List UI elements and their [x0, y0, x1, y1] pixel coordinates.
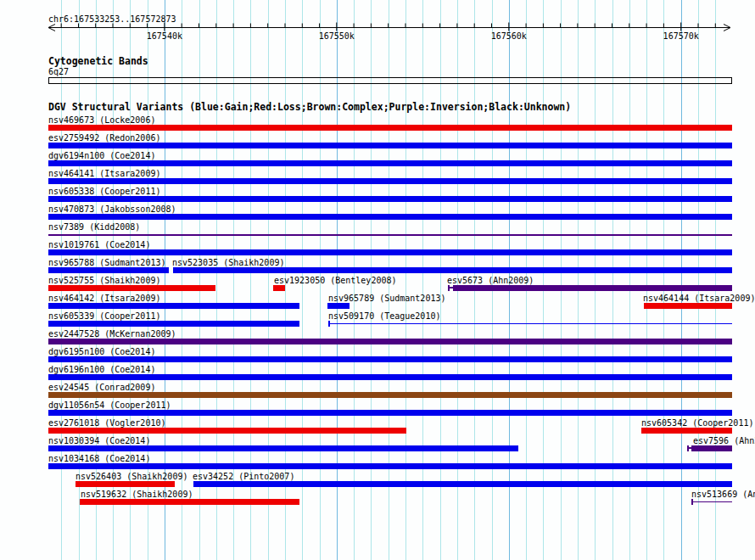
grid-minor-line	[440, 0, 441, 560]
variant-label[interactable]: nsv1034168 (Coe2014)	[48, 454, 150, 463]
variant-bar[interactable]	[453, 285, 732, 291]
variant-bar[interactable]	[48, 303, 299, 309]
variant-label[interactable]: dgv11056n54 (Cooper2011)	[48, 400, 171, 410]
variant-label[interactable]: nsv605342 (Cooper2011)	[641, 418, 753, 428]
variant-bar[interactable]	[48, 267, 169, 273]
dgv-heading: DGV Structural Variants (Blue:Gain;Red:L…	[48, 102, 571, 112]
grid-minor-line	[715, 0, 716, 560]
variant-label[interactable]: nsv605338 (Cooper2011)	[48, 187, 160, 196]
variant-bar[interactable]	[644, 303, 732, 309]
ruler-tick-label: 167570k	[663, 31, 699, 41]
variant-label[interactable]: dgv6195n100 (Coe2014)	[48, 347, 155, 356]
variant-label[interactable]: esv7596 (Ahn2	[693, 436, 755, 445]
variant-bar[interactable]	[193, 481, 732, 487]
variant-label[interactable]: nsv519632 (Shaikh2009)	[81, 490, 193, 499]
cytoband-heading: Cytogenetic Bands	[48, 56, 148, 66]
variant-label[interactable]: nsv469673 (Locke2006)	[48, 115, 155, 125]
variant-bar[interactable]	[48, 410, 732, 416]
variant-bar[interactable]	[48, 339, 732, 344]
grid-minor-line	[663, 0, 664, 560]
variant-bar[interactable]	[48, 428, 406, 434]
grid-minor-line	[405, 0, 406, 560]
variant-bar[interactable]	[48, 321, 299, 327]
variant-label[interactable]: dgv6194n100 (Coe2014)	[48, 151, 155, 160]
variant-bar[interactable]	[48, 356, 732, 362]
variant-bar[interactable]	[80, 499, 299, 505]
variant-label[interactable]: nsv526403 (Shaikh2009)	[76, 472, 187, 481]
cytoband-band-label: 6q27	[48, 67, 69, 76]
grid-minor-line	[422, 0, 423, 560]
variant-bar[interactable]	[48, 160, 732, 166]
variant-bar[interactable]	[76, 481, 175, 487]
variant-label[interactable]: esv2761018 (Vogler2010)	[48, 418, 165, 428]
variant-label[interactable]: nsv470873 (Jakobsson2008)	[48, 204, 176, 214]
variant-label[interactable]: esv24545 (Conrad2009)	[48, 383, 155, 392]
ruler-tick-label: 167560k	[491, 31, 527, 41]
variant-bar[interactable]	[48, 445, 518, 451]
variant-bar[interactable]	[48, 178, 732, 184]
grid-minor-line	[578, 0, 579, 560]
variant-bar[interactable]	[48, 392, 732, 398]
variant-bar[interactable]	[48, 143, 732, 148]
variant-label[interactable]: esv5673 (Ahn2009)	[447, 276, 534, 285]
variant-label[interactable]: nsv1019761 (Coe2014)	[48, 240, 150, 249]
grid-minor-line	[646, 0, 647, 560]
variant-bar[interactable]	[48, 249, 732, 255]
variant-bar[interactable]	[48, 285, 215, 291]
genome-browser-canvas: chr6:167533253..167572873 167540k167550k…	[0, 0, 755, 560]
grid-minor-line	[612, 0, 613, 560]
variant-label[interactable]: nsv464141 (Itsara2009)	[48, 169, 160, 178]
grid-minor-line	[629, 0, 630, 560]
variant-label[interactable]: nsv523035 (Shaikh2009)	[172, 258, 284, 267]
variant-line[interactable]	[328, 323, 732, 324]
grid-major-line	[681, 0, 682, 560]
variant-label[interactable]: nsv525755 (Shaikh2009)	[48, 276, 160, 285]
variant-bar[interactable]	[48, 214, 732, 220]
grid-minor-line	[698, 0, 699, 560]
variant-bar[interactable]	[173, 267, 732, 273]
variant-bar[interactable]	[327, 303, 350, 309]
variant-label[interactable]: nsv464144 (Itsara2009)	[643, 294, 755, 303]
variant-label[interactable]: dgv6196n100 (Coe2014)	[48, 365, 155, 374]
variant-label[interactable]: esv2447528 (McKernan2009)	[48, 329, 176, 339]
variant-label[interactable]: nsv605339 (Cooper2011)	[48, 311, 160, 321]
variant-label[interactable]: nsv464142 (Itsara2009)	[48, 294, 160, 303]
ruler	[0, 0, 755, 42]
grid-minor-line	[543, 0, 544, 560]
variant-label[interactable]: nsv7389 (Kidd2008)	[48, 222, 140, 232]
variant-line[interactable]	[48, 234, 732, 236]
variant-bar[interactable]	[48, 196, 732, 202]
variant-bar[interactable]	[641, 428, 732, 434]
variant-label[interactable]: nsv513669 (An	[691, 490, 755, 499]
variant-label[interactable]: nsv1030394 (Coe2014)	[48, 436, 150, 445]
variant-bar[interactable]	[273, 285, 285, 291]
grid-minor-line	[561, 0, 562, 560]
cytoband-rect[interactable]	[48, 77, 732, 84]
variant-label[interactable]: esv2759492 (Redon2006)	[48, 133, 160, 143]
variant-bar[interactable]	[691, 445, 732, 451]
variant-label[interactable]: esv34252 (Pinto2007)	[193, 472, 294, 481]
variant-label[interactable]: esv1923050 (Bentley2008)	[274, 276, 397, 285]
ruler-tick-label: 167550k	[319, 31, 355, 41]
grid-minor-line	[595, 0, 596, 560]
variant-label[interactable]: nsv965788 (Sudmant2013)	[48, 258, 165, 267]
variant-bar[interactable]	[48, 463, 732, 469]
ruler-tick-label: 167540k	[147, 31, 182, 41]
variant-label[interactable]: nsv965789 (Sudmant2013)	[328, 294, 445, 303]
variant-bar[interactable]	[48, 374, 732, 380]
variant-bar[interactable]	[48, 125, 732, 131]
variant-label[interactable]: nsv509170 (Teague2010)	[328, 311, 440, 321]
variant-line[interactable]	[691, 501, 732, 502]
